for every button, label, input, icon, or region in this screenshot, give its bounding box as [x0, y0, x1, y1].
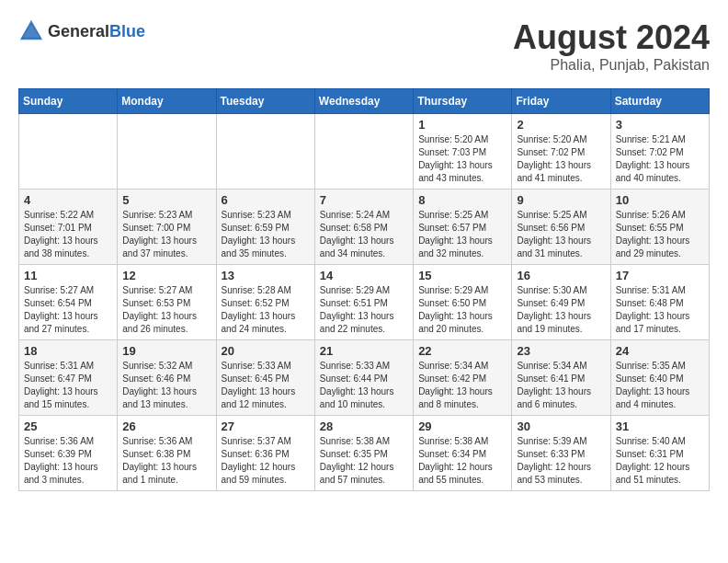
day-number: 13 [222, 269, 310, 282]
calendar-week-3: 11Sunrise: 5:27 AM Sunset: 6:54 PM Dayli… [19, 265, 710, 340]
day-number: 21 [320, 344, 408, 358]
day-number: 28 [320, 419, 408, 433]
day-number: 11 [24, 269, 112, 282]
calendar-cell: 22Sunrise: 5:34 AM Sunset: 6:42 PM Dayli… [414, 340, 512, 416]
calendar-cell: 24Sunrise: 5:35 AM Sunset: 6:40 PM Dayli… [610, 340, 709, 416]
calendar-cell: 5Sunrise: 5:23 AM Sunset: 7:00 PM Daylig… [118, 190, 216, 265]
calendar-cell: 14Sunrise: 5:29 AM Sunset: 6:51 PM Dayli… [314, 265, 413, 340]
day-info: Sunrise: 5:23 AM Sunset: 7:00 PM Dayligh… [122, 209, 210, 260]
day-info: Sunrise: 5:25 AM Sunset: 6:57 PM Dayligh… [418, 209, 506, 260]
page-header: GeneralBlue August 2024 Phalia, Punjab, … [18, 18, 710, 74]
day-number: 1 [418, 118, 506, 132]
day-number: 23 [517, 344, 605, 358]
location: Phalia, Punjab, Pakistan [513, 57, 710, 74]
day-info: Sunrise: 5:36 AM Sunset: 6:39 PM Dayligh… [24, 435, 112, 487]
day-number: 30 [517, 419, 605, 433]
weekday-header-saturday: Saturday [610, 89, 709, 114]
calendar-cell: 7Sunrise: 5:24 AM Sunset: 6:58 PM Daylig… [314, 190, 413, 265]
weekday-header-friday: Friday [512, 89, 610, 114]
calendar-cell: 8Sunrise: 5:25 AM Sunset: 6:57 PM Daylig… [414, 190, 512, 265]
svg-marker-0 [20, 20, 42, 40]
day-info: Sunrise: 5:37 AM Sunset: 6:36 PM Dayligh… [222, 435, 310, 487]
day-info: Sunrise: 5:23 AM Sunset: 6:59 PM Dayligh… [222, 209, 310, 260]
calendar-cell: 2Sunrise: 5:20 AM Sunset: 7:02 PM Daylig… [512, 114, 610, 190]
day-info: Sunrise: 5:34 AM Sunset: 6:41 PM Dayligh… [517, 360, 605, 411]
day-info: Sunrise: 5:28 AM Sunset: 6:52 PM Dayligh… [222, 284, 310, 336]
day-info: Sunrise: 5:40 AM Sunset: 6:31 PM Dayligh… [616, 435, 704, 487]
day-info: Sunrise: 5:20 AM Sunset: 7:03 PM Dayligh… [418, 133, 506, 185]
calendar-week-2: 4Sunrise: 5:22 AM Sunset: 7:01 PM Daylig… [19, 190, 710, 265]
calendar-cell: 1Sunrise: 5:20 AM Sunset: 7:03 PM Daylig… [414, 114, 512, 190]
day-number: 18 [24, 344, 112, 358]
day-info: Sunrise: 5:21 AM Sunset: 7:02 PM Dayligh… [616, 133, 704, 185]
calendar-cell [118, 114, 216, 190]
day-info: Sunrise: 5:22 AM Sunset: 7:01 PM Dayligh… [24, 209, 112, 260]
calendar-cell: 17Sunrise: 5:31 AM Sunset: 6:48 PM Dayli… [610, 265, 709, 340]
day-number: 20 [222, 344, 310, 358]
day-number: 9 [517, 193, 605, 207]
day-number: 3 [616, 118, 704, 132]
day-number: 10 [616, 193, 704, 207]
weekday-header-tuesday: Tuesday [216, 89, 314, 114]
day-info: Sunrise: 5:27 AM Sunset: 6:54 PM Dayligh… [24, 284, 112, 336]
day-number: 4 [24, 193, 112, 207]
calendar-cell: 3Sunrise: 5:21 AM Sunset: 7:02 PM Daylig… [610, 114, 709, 190]
day-info: Sunrise: 5:30 AM Sunset: 6:49 PM Dayligh… [517, 284, 605, 336]
calendar-week-1: 1Sunrise: 5:20 AM Sunset: 7:03 PM Daylig… [19, 114, 710, 190]
logo-general: General [48, 22, 109, 40]
calendar-cell: 28Sunrise: 5:38 AM Sunset: 6:35 PM Dayli… [314, 416, 413, 491]
day-number: 14 [320, 269, 408, 282]
title-block: August 2024 Phalia, Punjab, Pakistan [513, 18, 710, 74]
calendar-cell: 21Sunrise: 5:33 AM Sunset: 6:44 PM Dayli… [314, 340, 413, 416]
calendar-cell: 31Sunrise: 5:40 AM Sunset: 6:31 PM Dayli… [610, 416, 709, 491]
day-number: 19 [122, 344, 210, 358]
weekday-header-row: SundayMondayTuesdayWednesdayThursdayFrid… [19, 89, 710, 114]
day-number: 16 [517, 269, 605, 282]
day-info: Sunrise: 5:39 AM Sunset: 6:33 PM Dayligh… [517, 435, 605, 487]
day-info: Sunrise: 5:32 AM Sunset: 6:46 PM Dayligh… [122, 360, 210, 411]
calendar-cell: 9Sunrise: 5:25 AM Sunset: 6:56 PM Daylig… [512, 190, 610, 265]
month-title: August 2024 [513, 18, 710, 57]
calendar-cell: 29Sunrise: 5:38 AM Sunset: 6:34 PM Dayli… [414, 416, 512, 491]
calendar-cell: 15Sunrise: 5:29 AM Sunset: 6:50 PM Dayli… [414, 265, 512, 340]
calendar-cell: 27Sunrise: 5:37 AM Sunset: 6:36 PM Dayli… [216, 416, 314, 491]
day-number: 27 [222, 419, 310, 433]
calendar-cell: 16Sunrise: 5:30 AM Sunset: 6:49 PM Dayli… [512, 265, 610, 340]
weekday-header-monday: Monday [118, 89, 216, 114]
day-number: 5 [122, 193, 210, 207]
weekday-header-sunday: Sunday [19, 89, 118, 114]
calendar-cell: 18Sunrise: 5:31 AM Sunset: 6:47 PM Dayli… [19, 340, 118, 416]
day-info: Sunrise: 5:36 AM Sunset: 6:38 PM Dayligh… [122, 435, 210, 487]
calendar-cell: 26Sunrise: 5:36 AM Sunset: 6:38 PM Dayli… [118, 416, 216, 491]
day-number: 26 [122, 419, 210, 433]
calendar-cell: 25Sunrise: 5:36 AM Sunset: 6:39 PM Dayli… [19, 416, 118, 491]
day-info: Sunrise: 5:38 AM Sunset: 6:34 PM Dayligh… [418, 435, 506, 487]
day-number: 12 [122, 269, 210, 282]
day-number: 31 [616, 419, 704, 433]
calendar-cell: 23Sunrise: 5:34 AM Sunset: 6:41 PM Dayli… [512, 340, 610, 416]
day-number: 22 [418, 344, 506, 358]
day-number: 29 [418, 419, 506, 433]
day-info: Sunrise: 5:29 AM Sunset: 6:51 PM Dayligh… [320, 284, 408, 336]
calendar-cell: 11Sunrise: 5:27 AM Sunset: 6:54 PM Dayli… [19, 265, 118, 340]
day-info: Sunrise: 5:27 AM Sunset: 6:53 PM Dayligh… [122, 284, 210, 336]
day-info: Sunrise: 5:31 AM Sunset: 6:47 PM Dayligh… [24, 360, 112, 411]
day-info: Sunrise: 5:38 AM Sunset: 6:35 PM Dayligh… [320, 435, 408, 487]
day-number: 24 [616, 344, 704, 358]
day-info: Sunrise: 5:34 AM Sunset: 6:42 PM Dayligh… [418, 360, 506, 411]
calendar-cell: 30Sunrise: 5:39 AM Sunset: 6:33 PM Dayli… [512, 416, 610, 491]
day-number: 6 [222, 193, 310, 207]
day-info: Sunrise: 5:26 AM Sunset: 6:55 PM Dayligh… [616, 209, 704, 260]
day-info: Sunrise: 5:33 AM Sunset: 6:45 PM Dayligh… [222, 360, 310, 411]
calendar-cell: 20Sunrise: 5:33 AM Sunset: 6:45 PM Dayli… [216, 340, 314, 416]
logo-blue: Blue [109, 22, 145, 40]
calendar-cell: 12Sunrise: 5:27 AM Sunset: 6:53 PM Dayli… [118, 265, 216, 340]
calendar-week-5: 25Sunrise: 5:36 AM Sunset: 6:39 PM Dayli… [19, 416, 710, 491]
logo-icon [18, 18, 44, 44]
calendar-week-4: 18Sunrise: 5:31 AM Sunset: 6:47 PM Dayli… [19, 340, 710, 416]
day-number: 2 [517, 118, 605, 132]
calendar-cell: 13Sunrise: 5:28 AM Sunset: 6:52 PM Dayli… [216, 265, 314, 340]
calendar-cell: 6Sunrise: 5:23 AM Sunset: 6:59 PM Daylig… [216, 190, 314, 265]
logo: GeneralBlue [18, 18, 145, 44]
calendar-cell [19, 114, 118, 190]
